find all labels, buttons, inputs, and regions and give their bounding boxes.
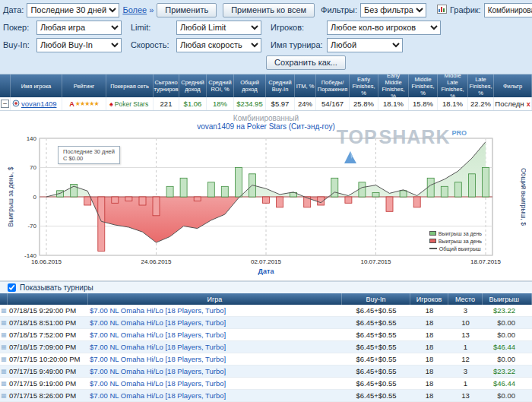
filters-select[interactable]: Без фильтра [360, 3, 426, 17]
chart-annotation: Последние 30 дней С $0.00 [58, 146, 120, 164]
row-grip-icon: ▦ [0, 329, 8, 340]
player-stats-row[interactable]: – vovan1409 A★★★★★ ♠Poker Stars 221 $1.0… [0, 97, 532, 111]
tournament-place: 10 [448, 317, 483, 328]
tournament-name-label: Имя турнира: [271, 40, 324, 49]
apply-all-button[interactable]: Применить ко всем [223, 3, 315, 17]
stats-column-header[interactable]: Сыграно турниров [154, 74, 179, 97]
tournament-game-link[interactable]: $7.00 NL Omaha Hi/Lo [18 Players, Turbo] [90, 367, 226, 375]
stats-column-header[interactable]: Рейтинг [62, 74, 106, 97]
stats-column-header[interactable]: Имя игрока [11, 74, 62, 97]
apply-button[interactable]: Применить [157, 3, 217, 17]
stats-column-header[interactable]: ITM, % [295, 74, 316, 97]
tournaments-column-header[interactable]: Игроков [410, 293, 448, 305]
stats-column-header[interactable]: Общий доход [234, 74, 266, 97]
tournament-place: 3 [448, 305, 483, 316]
tournament-row[interactable]: ▦07/18/15 7:52:00 PM$7.00 NL Omaha Hi/Lo… [0, 329, 532, 341]
stats-column-header[interactable]: Победы/ Поражения [316, 74, 350, 97]
stats-column-header[interactable]: Фильтр [494, 74, 532, 97]
tournament-buyin: $6.45+$0.55 [342, 341, 410, 353]
tournaments-blank-header [0, 293, 8, 305]
late-finishes-value: 22.2% [468, 97, 494, 110]
tournament-row[interactable]: ▦07/17/15 9:19:00 PM$7.00 NL Omaha Hi/Lo… [0, 378, 532, 390]
tournament-game-link[interactable]: $7.00 NL Omaha Hi/Lo [18 Players, Turbo] [90, 306, 226, 315]
tournament-game-link[interactable]: $7.00 NL Omaha Hi/Lo [18 Players, Turbo] [90, 391, 226, 400]
tournament-game-link[interactable]: $7.00 NL Omaha Hi/Lo [18 Players, Turbo] [90, 379, 226, 388]
graph-type-select[interactable]: Комбинированный (Премиум доступ) [484, 3, 532, 17]
tournament-row[interactable]: ▦07/18/15 9:29:00 PM$7.00 NL Omaha Hi/Lo… [0, 305, 532, 317]
more-link[interactable]: Более » [122, 5, 154, 14]
show-tournaments-label: Показывать турниры [20, 283, 93, 292]
tournament-game-cell: $7.00 NL Omaha Hi/Lo [18 Players, Turbo] [88, 329, 342, 340]
tournaments-column-header[interactable]: Игра [88, 293, 342, 305]
tournament-players: 18 [410, 366, 448, 377]
tournament-place: 12 [448, 353, 483, 365]
tournament-game-cell: $7.00 NL Omaha Hi/Lo [18 Players, Turbo] [88, 305, 342, 316]
buyin-select[interactable]: Любой Buy-In [36, 38, 122, 52]
annotation-line-2: С $0.00 [63, 155, 115, 162]
limit-label: Limit: [131, 23, 173, 32]
stats-column-header[interactable]: Покерная сеть [106, 74, 154, 97]
tournament-place: 1 [448, 341, 483, 353]
tournament-game-link[interactable]: $7.00 NL Omaha Hi/Lo [18 Players, Turbo] [90, 318, 226, 327]
tournament-place: 1 [448, 378, 483, 389]
tournaments-column-header[interactable]: Buy-In [342, 293, 410, 305]
stats-column-header[interactable]: Late Finishes, % [468, 74, 494, 97]
filter-chip: Последн [495, 100, 524, 108]
legend-item: Выигрыш за день [429, 237, 482, 245]
svg-text:18.07.2015: 18.07.2015 [470, 258, 502, 265]
graph-label: График: [450, 5, 481, 14]
rating-letter: A [69, 100, 74, 108]
tournament-datetime: 07/17/15 10:20:00 PM [8, 353, 88, 365]
date-label: Дата: [3, 5, 24, 14]
poker-select[interactable]: Любая игра [36, 21, 122, 35]
tournaments-header-row: ИграBuy-InИгроковМестоВыигрыш [0, 293, 532, 305]
toolbar-row-2: Покер: Любая игра Limit: Любой Limit Игр… [3, 20, 529, 35]
tournament-buyin: $6.45+$0.55 [342, 378, 410, 389]
limit-select[interactable]: Любой Limit [176, 21, 261, 35]
tournament-game-cell: $7.00 NL Omaha Hi/Lo [18 Players, Turbo] [88, 341, 342, 353]
svg-text:70: 70 [30, 164, 36, 171]
tournament-datetime: 07/17/15 8:26:00 PM [8, 390, 88, 401]
tournament-game-link[interactable]: $7.00 NL Omaha Hi/Lo [18 Players, Turbo] [90, 343, 226, 351]
stats-column-header[interactable]: Средний ROI, % [207, 74, 234, 97]
stats-column-header[interactable]: Early Finishes, % [350, 74, 378, 97]
stats-column-header[interactable]: Middle Finishes, % [409, 74, 438, 97]
tournament-row[interactable]: ▦07/17/15 9:49:00 PM$7.00 NL Omaha Hi/Lo… [0, 366, 532, 378]
svg-text:16.06.2015: 16.06.2015 [31, 258, 62, 265]
players-select[interactable]: Любое кол-во игроков [327, 21, 441, 35]
toolbar-row-1: Дата: Последние 30 дней Более » Применит… [3, 2, 529, 17]
tournament-game-link[interactable]: $7.00 NL Omaha Hi/Lo [18 Players, Turbo] [90, 355, 226, 363]
tournament-name-select[interactable]: Любой [327, 38, 403, 52]
tournament-place: 13 [448, 390, 483, 401]
tournament-row[interactable]: ▦07/18/15 7:09:00 PM$7.00 NL Omaha Hi/Lo… [0, 341, 532, 353]
tournament-game-cell: $7.00 NL Omaha Hi/Lo [18 Players, Turbo] [88, 366, 342, 377]
remove-filter-icon[interactable]: x [527, 100, 530, 108]
tournament-players: 18 [410, 317, 448, 328]
player-name-link[interactable]: vovan1409 [21, 100, 56, 108]
network-cell: ♠Poker Stars [106, 97, 154, 110]
tournament-row[interactable]: ▦07/17/15 8:26:00 PM$7.00 NL Omaha Hi/Lo… [0, 390, 532, 402]
tournament-row[interactable]: ▦07/17/15 10:20:00 PM$7.00 NL Omaha Hi/L… [0, 353, 532, 366]
chart-title: Комбинированный [0, 114, 532, 122]
tournament-game-link[interactable]: $7.00 NL Omaha Hi/Lo [18 Players, Turbo] [90, 331, 226, 339]
show-tournaments-checkbox[interactable] [8, 283, 16, 292]
stats-column-header[interactable]: Early Middle Finishes, % [378, 74, 409, 97]
collapse-expander-icon[interactable]: – [1, 100, 9, 108]
date-range-select[interactable]: Последние 30 дней [27, 3, 119, 17]
tournament-players: 18 [410, 353, 448, 365]
tournament-datetime: 07/18/15 7:09:00 PM [8, 341, 88, 353]
tournaments-column-header[interactable]: Выигрыш [483, 293, 532, 305]
middle-late-finishes-value: 18.1% [438, 97, 468, 110]
toolbar-row-4: Сохранить как... [3, 55, 529, 70]
save-as-button[interactable]: Сохранить как... [266, 55, 346, 70]
speed-select[interactable]: Любая скорость [176, 38, 261, 52]
row-grip-icon: ▦ [0, 317, 8, 328]
stats-column-header[interactable]: Средний доход [179, 74, 207, 97]
stats-column-header[interactable]: Средний Buy-In [266, 74, 295, 97]
more-arrows: » [149, 5, 154, 14]
more-link-text: Более [122, 5, 147, 14]
tournament-row[interactable]: ▦07/18/15 8:51:00 PM$7.00 NL Omaha Hi/Lo… [0, 317, 532, 329]
tournament-winnings: $23.22 [483, 366, 532, 377]
stats-column-header[interactable]: Middle Late Finishes, % [438, 74, 468, 97]
tournaments-column-header[interactable]: Место [448, 293, 483, 305]
